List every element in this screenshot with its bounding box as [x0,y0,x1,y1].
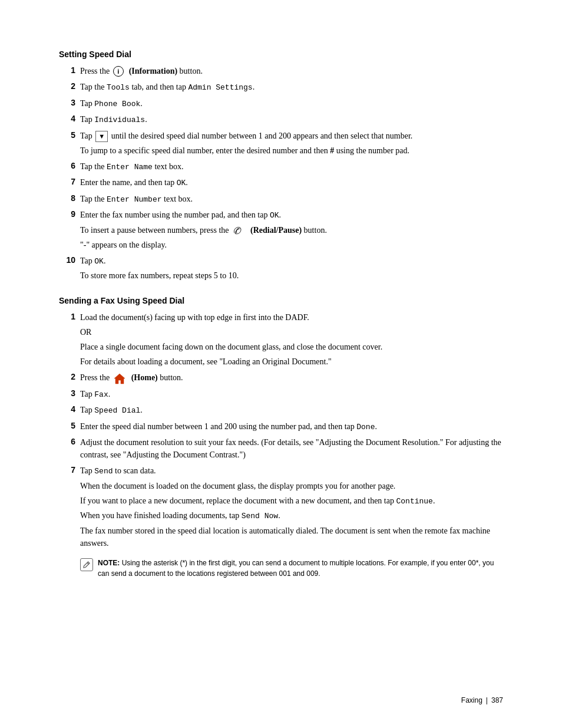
continue-code: Continue [396,497,432,506]
note-body: Using the asterisk (*) in the first digi… [98,559,494,578]
step-content: Tap OK. To store more fax numbers, repea… [80,255,503,282]
step-1-3: 3 Tap Phone Book. [59,97,503,110]
dropdown-icon: ▼ [95,131,108,142]
information-icon: i [113,66,124,77]
section1-title: Setting Speed Dial [59,50,503,59]
step-number: 4 [59,113,80,123]
phone-book-code: Phone Book [94,100,140,108]
step-sub3: For details about loading a document, se… [80,355,503,368]
step-number: 5 [59,130,80,140]
footer: Faxing | 387 [461,696,503,704]
step-sub1: When the document is loaded on the docum… [80,480,503,492]
step-number: 6 [59,436,80,446]
step-content: Tap the Tools tab, and then tap Admin Se… [80,81,503,94]
step-number: 1 [59,65,80,75]
step-1-10: 10 Tap OK. To store more fax numbers, re… [59,255,503,282]
step-number: 1 [59,311,80,321]
svg-marker-1 [114,374,125,384]
step-content: Adjust the document resolution to suit y… [80,436,503,461]
admin-settings-code: Admin Settings [188,83,252,92]
step-number: 6 [59,160,80,170]
page: Setting Speed Dial 1 Press the i (Inform… [0,0,562,728]
section2-title: Sending a Fax Using Speed Dial [59,296,503,305]
fax-code: Fax [94,390,108,399]
note-icon [80,558,93,571]
step-2-4: 4 Tap Speed Dial. [59,404,503,417]
footer-section: Faxing [461,696,482,704]
button-label: (Information) [129,67,177,75]
section2-steps: 1 Load the document(s) facing up with to… [59,311,503,549]
svg-text:✆: ✆ [233,226,242,236]
step-content: Tap Fax. [80,388,503,401]
step-number: 3 [59,388,80,398]
note-box: NOTE: Using the asterisk (*) in the firs… [80,558,503,579]
step-2-3: 3 Tap Fax. [59,388,503,401]
redial-icon: ✆ [233,225,244,236]
step-sub2: Place a single document facing down on t… [80,341,503,353]
step-sub2: If you want to place a new document, rep… [80,495,503,508]
send-now-code: Send Now [242,512,278,521]
ok-code2: OK [270,211,279,220]
step-content: Enter the name, and then tap OK. [80,176,503,189]
step-content: Tap the Enter Name text box. [80,160,503,173]
step-sub4: The fax number stored in the speed dial … [80,525,503,549]
step-2-6: 6 Adjust the document resolution to suit… [59,436,503,461]
step-2-5: 5 Enter the speed dial number between 1 … [59,420,503,433]
note-content: NOTE: Using the asterisk (*) in the firs… [98,558,503,579]
step-sub: To jump to a specific speed dial number,… [80,144,412,157]
done-code: Done [356,423,375,431]
step-content: Tap Send to scan data. When the document… [80,465,503,549]
step-number: 2 [59,81,80,91]
step-sub1: OR [80,326,503,338]
section-sending-fax: Sending a Fax Using Speed Dial 1 Load th… [59,296,503,579]
step-number: 5 [59,420,80,430]
step-content: Enter the fax number using the number pa… [80,209,503,251]
step-content: Tap Speed Dial. [80,404,503,417]
redial-label: (Redial/Pause) [250,226,302,235]
step-content: Tap Individuals. [80,113,503,126]
step-number: 7 [59,465,80,475]
step-1-1: 1 Press the i (Information) button. [59,65,503,77]
step-number: 2 [59,371,80,381]
step-number: 9 [59,209,80,219]
step-2-2: 2 Press the (Home) button. [59,371,503,384]
step-number: 10 [59,255,80,265]
individuals-code: Individuals [94,116,145,124]
step-1-4: 4 Tap Individuals. [59,113,503,126]
step-content: Load the document(s) facing up with top … [80,311,503,368]
step-content: Tap Phone Book. [80,97,503,110]
ok-code: OK [177,179,186,187]
section1-steps: 1 Press the i (Information) button. 2 Ta… [59,65,503,282]
step-number: 3 [59,97,80,107]
step-2-1: 1 Load the document(s) facing up with to… [59,311,503,368]
footer-page-number: 387 [491,696,503,704]
home-label: (Home) [131,373,158,382]
step-content: Tap ▼ until the desired speed dial numbe… [80,130,412,157]
step-sub2: "-" appears on the display. [80,239,503,251]
step-1-8: 8 Tap the Enter Number text box. [59,193,503,206]
ok-code3: OK [94,257,104,266]
step-content: Press the i (Information) button. [80,65,503,77]
speed-dial-code: Speed Dial [94,406,140,415]
step-sub3: When you have finished loading documents… [80,509,503,522]
step-1-2: 2 Tap the Tools tab, and then tap Admin … [59,81,503,94]
step-1-9: 9 Enter the fax number using the number … [59,209,503,251]
step-content: Press the (Home) button. [80,371,503,384]
step-1-7: 7 Enter the name, and then tap OK. [59,176,503,189]
step-number: 8 [59,193,80,203]
step-1-5: 5 Tap ▼ until the desired speed dial num… [59,130,503,157]
home-icon [113,373,126,384]
step-2-7: 7 Tap Send to scan data. When the docume… [59,465,503,549]
enter-name-code: Enter Name [107,163,153,172]
section-setting-speed-dial: Setting Speed Dial 1 Press the i (Inform… [59,50,503,282]
step-content: Tap the Enter Number text box. [80,193,503,206]
step-content: Enter the speed dial number between 1 an… [80,420,503,433]
send-code: Send [94,467,113,476]
step-number: 4 [59,404,80,414]
tools-code: Tools [107,83,130,92]
step-1-6: 6 Tap the Enter Name text box. [59,160,503,173]
note-label: NOTE: [98,559,120,567]
step-number: 7 [59,176,80,186]
enter-number-code: Enter Number [107,195,162,204]
pencil-icon [82,561,91,569]
